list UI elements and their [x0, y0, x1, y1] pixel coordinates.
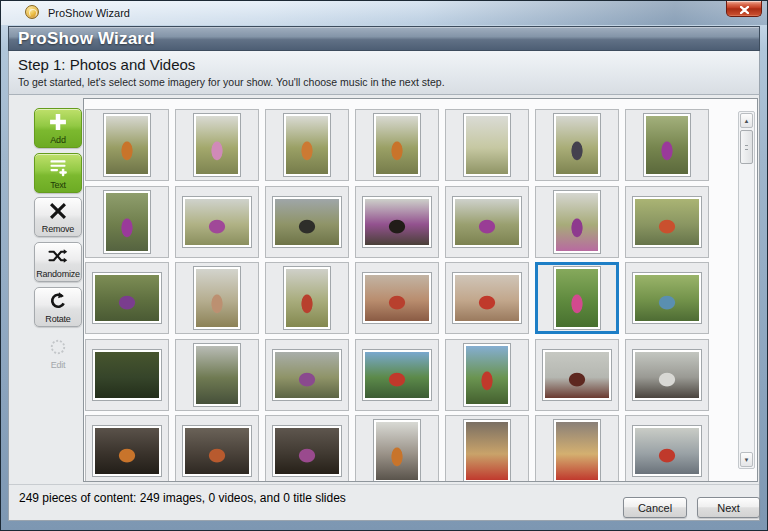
photo-thumbnail[interactable] — [355, 415, 439, 482]
photo-thumbnail[interactable] — [625, 109, 709, 181]
cancel-button[interactable]: Cancel — [623, 497, 687, 518]
photo-thumbnail[interactable] — [625, 262, 709, 334]
photo-thumbnail[interactable] — [175, 109, 259, 181]
photo-image — [556, 193, 598, 251]
photo-thumbnail[interactable] — [355, 186, 439, 258]
photo-thumbnail-selected[interactable] — [535, 262, 619, 334]
up-arrow-icon: ▲ — [744, 118, 750, 124]
photo-image — [635, 275, 699, 321]
scroll-up-button[interactable]: ▲ — [740, 113, 753, 128]
photo-image — [185, 428, 249, 474]
photo-thumbnail[interactable] — [535, 415, 619, 482]
photo-thumbnail[interactable] — [175, 415, 259, 482]
close-button[interactable] — [726, 1, 762, 17]
status-text: 249 pieces of content: 249 images, 0 vid… — [19, 491, 346, 505]
scroll-thumb[interactable] — [740, 130, 753, 164]
photo-thumbnail[interactable] — [445, 262, 529, 334]
vertical-scrollbar[interactable]: ▲ ▼ — [738, 111, 755, 469]
wizard-header-title: ProShow Wizard — [18, 29, 155, 49]
photo-image — [275, 352, 339, 398]
close-icon — [740, 0, 749, 18]
photo-thumbnail[interactable] — [265, 339, 349, 411]
photo-thumbnail[interactable] — [175, 339, 259, 411]
photo-image — [185, 199, 249, 245]
photo-image — [95, 275, 159, 321]
plus-icon — [48, 112, 68, 132]
photo-image — [95, 352, 159, 398]
photo-image — [106, 193, 148, 251]
photo-image — [286, 269, 328, 327]
x-icon — [48, 201, 68, 221]
photo-image — [556, 269, 598, 327]
photo-image — [365, 352, 429, 398]
text-button[interactable]: Text — [34, 153, 82, 193]
photo-thumbnail[interactable] — [85, 262, 169, 334]
add-button[interactable]: Add — [34, 108, 82, 148]
photo-thumbnail[interactable] — [265, 415, 349, 482]
photo-image — [455, 275, 519, 321]
photo-thumbnail[interactable] — [265, 186, 349, 258]
photo-thumbnail[interactable] — [625, 186, 709, 258]
text-plus-icon — [48, 157, 68, 177]
toolbar-button-label: Randomize — [36, 269, 80, 280]
photo-image — [376, 422, 418, 480]
gear-icon — [48, 337, 68, 357]
photo-thumbnail[interactable] — [85, 339, 169, 411]
proshow-logo-icon — [25, 5, 39, 19]
photo-image — [646, 116, 688, 174]
randomize-button[interactable]: Randomize — [34, 242, 82, 282]
remove-button[interactable]: Remove — [34, 197, 82, 237]
photo-image — [545, 352, 609, 398]
edit-button: Edit — [34, 333, 82, 373]
photo-thumbnail[interactable] — [85, 186, 169, 258]
photo-image — [556, 116, 598, 174]
photo-image — [635, 428, 699, 474]
photo-thumbnail[interactable] — [355, 262, 439, 334]
photo-image — [365, 275, 429, 321]
photo-thumbnail[interactable] — [355, 339, 439, 411]
photo-thumbnail[interactable] — [265, 109, 349, 181]
photo-thumbnail[interactable] — [625, 339, 709, 411]
toolbar-button-label: Edit — [51, 360, 66, 371]
thumbnail-grid: ▲ ▼ — [83, 98, 758, 482]
photo-thumbnail[interactable] — [85, 109, 169, 181]
toolbar-button-label: Text — [50, 180, 66, 191]
thumb-grip-icon — [745, 145, 748, 150]
photo-thumbnail[interactable] — [445, 415, 529, 482]
photo-thumbnail[interactable] — [175, 262, 259, 334]
photo-thumbnail[interactable] — [175, 186, 259, 258]
rotate-icon — [48, 291, 68, 311]
down-arrow-icon: ▼ — [744, 457, 750, 463]
window-title: ProShow Wizard — [48, 7, 130, 19]
photo-image — [466, 422, 508, 480]
rotate-button[interactable]: Rotate — [34, 287, 82, 327]
photo-thumbnail[interactable] — [445, 339, 529, 411]
photo-image — [556, 422, 598, 480]
next-button[interactable]: Next — [697, 497, 760, 518]
toolbar-button-label: Remove — [42, 224, 74, 235]
photo-image — [275, 428, 339, 474]
step-subtitle: To get started, let's select some imager… — [18, 76, 759, 88]
photo-thumbnail[interactable] — [625, 415, 709, 482]
photo-image — [95, 428, 159, 474]
photo-thumbnail[interactable] — [535, 186, 619, 258]
photo-image — [466, 346, 508, 404]
content-panel: AddTextRemoveRandomizeRotateEdit ▲ ▼ 249… — [8, 95, 760, 521]
photo-image — [455, 199, 519, 245]
scroll-down-button[interactable]: ▼ — [740, 452, 753, 467]
toolbar-button-label: Add — [50, 135, 65, 146]
step-strip: Step 1: Photos and Videos To get started… — [8, 51, 760, 95]
proshow-wizard-window: ProShow Wizard ProShow Wizard Step 1: Ph… — [0, 0, 768, 531]
photo-thumbnail[interactable] — [85, 415, 169, 482]
photo-image — [275, 199, 339, 245]
photo-thumbnail[interactable] — [445, 186, 529, 258]
photo-thumbnail[interactable] — [355, 109, 439, 181]
photo-thumbnail[interactable] — [445, 109, 529, 181]
photo-image — [635, 352, 699, 398]
photo-image — [635, 199, 699, 245]
photo-image — [365, 199, 429, 245]
photo-thumbnail[interactable] — [535, 339, 619, 411]
photo-thumbnail[interactable] — [535, 109, 619, 181]
titlebar[interactable]: ProShow Wizard — [1, 1, 767, 25]
photo-thumbnail[interactable] — [265, 262, 349, 334]
